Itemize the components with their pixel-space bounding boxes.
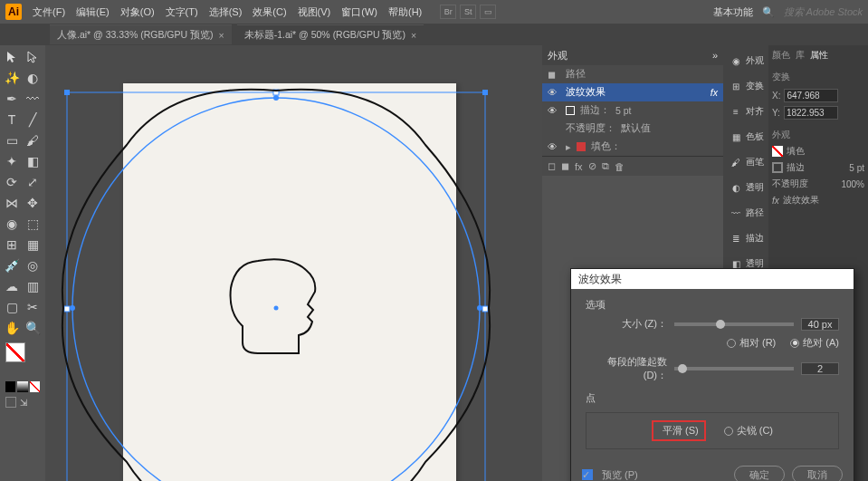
arrange-icon[interactable]: ▭ <box>480 5 496 19</box>
x-input[interactable] <box>784 89 838 102</box>
dock-align[interactable]: ≡对齐 <box>728 101 764 121</box>
dock-brushes[interactable]: 🖌画笔 <box>728 152 764 172</box>
magic-wand-tool[interactable]: ✨ <box>2 68 22 88</box>
stroke-swatch-icon[interactable] <box>566 106 575 115</box>
hand-tool[interactable]: ✋ <box>2 318 22 338</box>
search-icon[interactable]: 🔍 <box>762 6 775 18</box>
fill-stroke-swatch[interactable] <box>5 342 36 370</box>
appearance-row-opacity[interactable]: 不透明度： 默认值 <box>542 120 723 138</box>
curve-tool[interactable]: 〰 <box>23 89 43 109</box>
scale-tool[interactable]: ⤢ <box>23 172 43 192</box>
blend-tool[interactable]: ◎ <box>23 255 43 275</box>
dock-appearance[interactable]: ◉外观 <box>728 51 764 71</box>
graph-tool[interactable]: ▥ <box>23 276 43 296</box>
menu-effect[interactable]: 效果(C) <box>253 5 286 19</box>
menu-window[interactable]: 窗口(W) <box>341 5 377 19</box>
artboard-tool[interactable]: ▢ <box>2 297 22 317</box>
tab-document-2[interactable]: 未标题-1.ai* @ 50% (RGB/GPU 预览) × <box>237 24 424 44</box>
add-effect-icon[interactable]: fx <box>575 161 583 172</box>
trash-icon[interactable]: 🗑 <box>615 161 625 172</box>
eraser-tool[interactable]: ◧ <box>23 151 43 171</box>
appearance-row-fill[interactable]: 👁 ▸ 填色： <box>542 138 723 156</box>
close-icon[interactable]: × <box>411 30 416 41</box>
ridges-slider[interactable] <box>674 367 794 370</box>
close-icon[interactable]: × <box>219 30 224 41</box>
size-slider[interactable] <box>674 322 794 326</box>
dock-transform[interactable]: ⊞变换 <box>728 76 764 96</box>
fill-swatch-icon[interactable] <box>577 142 586 151</box>
fill-none-icon[interactable] <box>772 146 783 157</box>
prop-y[interactable]: Y: <box>772 106 864 120</box>
free-transform-tool[interactable]: ✥ <box>23 193 43 213</box>
tab-libraries[interactable]: 库 <box>796 49 805 62</box>
rotate-tool[interactable]: ⟳ <box>2 172 22 192</box>
change-screen-mode[interactable]: ⇲ <box>18 397 29 408</box>
slice-tool[interactable]: ✂ <box>23 297 43 317</box>
search-input[interactable]: 搜索 Adobe Stock <box>784 5 863 19</box>
ok-button[interactable]: 确定 <box>734 466 785 481</box>
tab-document-1[interactable]: 人像.ai* @ 33.33% (RGB/GPU 预览) × <box>50 24 232 44</box>
line-tool[interactable]: ╱ <box>23 110 43 130</box>
stroke-swatch-icon[interactable] <box>772 162 783 173</box>
canvas-area[interactable] <box>45 45 542 481</box>
brush-tool[interactable]: 🖌 <box>23 130 43 150</box>
eyedropper-tool[interactable]: 💉 <box>2 255 22 275</box>
menu-view[interactable]: 视图(V) <box>298 5 331 19</box>
appearance-row-stroke[interactable]: 👁 描边： 5 pt <box>542 101 723 120</box>
panel-collapse-icon[interactable]: » <box>712 50 718 61</box>
dock-swatches[interactable]: ▦色板 <box>728 127 764 147</box>
radio-smooth[interactable]: 平滑 (S) <box>652 420 706 441</box>
lasso-tool[interactable]: ◐ <box>23 68 43 88</box>
clear-icon[interactable]: ⊘ <box>588 160 596 172</box>
preview-checkbox[interactable]: ✓ <box>582 469 593 480</box>
prop-x[interactable]: X: <box>772 89 864 102</box>
size-value[interactable]: 40 px <box>801 318 839 331</box>
add-fill-icon[interactable]: ◼ <box>561 160 569 172</box>
symbol-tool[interactable]: ☁ <box>2 276 22 296</box>
swatch-gradient[interactable] <box>17 381 27 392</box>
radio-relative[interactable]: 相对 (R) <box>727 336 776 350</box>
stock-icon[interactable]: St <box>460 5 476 19</box>
fx-badge[interactable]: fx <box>711 87 718 98</box>
visibility-icon[interactable]: 👁 <box>548 105 560 116</box>
dock-path[interactable]: 〰路径 <box>728 203 764 223</box>
rect-tool[interactable]: ▭ <box>2 130 22 150</box>
width-tool[interactable]: ⋈ <box>2 193 22 213</box>
selection-tool[interactable] <box>2 47 22 67</box>
mesh-tool[interactable]: ⊞ <box>2 235 22 255</box>
cancel-button[interactable]: 取消 <box>792 466 843 481</box>
perspective-tool[interactable]: ⬚ <box>23 214 43 234</box>
gradient-tool[interactable]: ▦ <box>23 235 43 255</box>
appearance-row-effect[interactable]: 👁 波纹效果 fx <box>542 83 723 101</box>
appearance-panel-header[interactable]: 外观 » <box>542 45 723 65</box>
workspace-switcher[interactable]: 基本功能 <box>713 5 753 19</box>
radio-corner[interactable]: 尖锐 (C) <box>724 420 773 441</box>
radio-absolute[interactable]: 绝对 (A) <box>790 336 839 350</box>
menu-file[interactable]: 文件(F) <box>33 5 65 19</box>
shaper-tool[interactable]: ✦ <box>2 151 22 171</box>
menu-edit[interactable]: 编辑(E) <box>76 5 110 19</box>
duplicate-icon[interactable]: ⧉ <box>602 160 609 172</box>
visibility-icon[interactable]: 👁 <box>548 87 560 98</box>
pen-tool[interactable]: ✒ <box>2 89 22 109</box>
visibility-icon[interactable]: 👁 <box>548 141 560 152</box>
swatch-none[interactable] <box>30 381 40 392</box>
menu-help[interactable]: 帮助(H) <box>388 5 422 19</box>
swatch-color[interactable] <box>5 381 15 392</box>
tab-properties[interactable]: 属性 <box>810 49 828 62</box>
type-tool[interactable]: T <box>2 110 22 130</box>
shape-builder-tool[interactable]: ◉ <box>2 214 22 234</box>
dock-transparency[interactable]: ◐透明 <box>728 178 764 197</box>
add-stroke-icon[interactable]: ◻ <box>548 160 556 172</box>
screen-mode-normal[interactable] <box>5 397 16 408</box>
y-input[interactable] <box>784 106 838 120</box>
dock-stroke[interactable]: ≣描边 <box>728 228 764 248</box>
bridge-icon[interactable]: Br <box>440 5 456 19</box>
direct-select-tool[interactable] <box>23 47 43 67</box>
menu-type[interactable]: 文字(T) <box>166 5 198 19</box>
tab-color[interactable]: 颜色 <box>772 49 790 62</box>
zoom-tool[interactable]: 🔍 <box>23 318 43 338</box>
menu-select[interactable]: 选择(S) <box>209 5 243 19</box>
menu-object[interactable]: 对象(O) <box>120 5 155 19</box>
ridges-value[interactable]: 2 <box>801 362 839 375</box>
